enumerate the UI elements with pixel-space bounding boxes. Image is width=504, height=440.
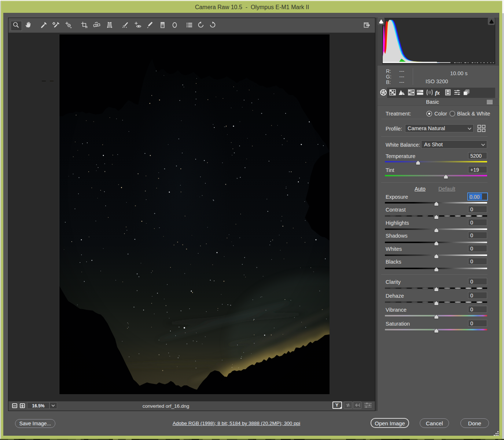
svg-text:fx: fx [435, 90, 440, 96]
